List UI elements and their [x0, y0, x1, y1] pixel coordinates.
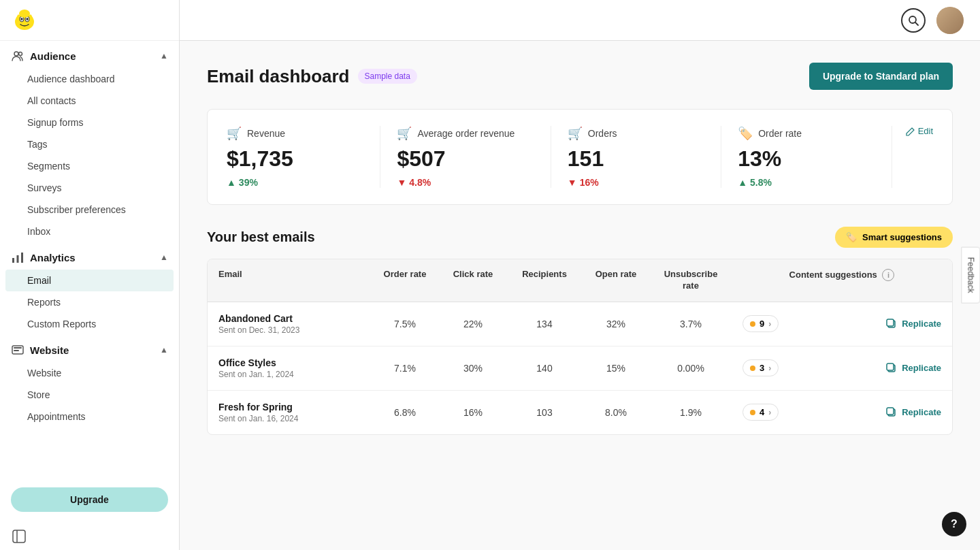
recipients-2: 103 — [507, 396, 582, 429]
edit-button[interactable]: Edit — [906, 126, 933, 136]
main-content: Email dashboard Sample data Upgrade to S… — [180, 0, 980, 550]
content-suggestions-info-icon[interactable]: i — [882, 269, 894, 281]
suggestion-dot-2 — [750, 410, 755, 415]
audience-chevron-icon: ▲ — [160, 51, 168, 61]
app-logo[interactable] — [11, 7, 38, 34]
col-unsubscribe-rate: Unsubscribe rate — [650, 259, 732, 302]
table-row: Office Styles Sent on Jan. 1, 2024 7.1% … — [208, 346, 952, 391]
unsubscribe-rate-0: 3.7% — [650, 308, 732, 340]
audience-menu: Audience dashboard All contacts Signup f… — [0, 68, 179, 242]
revenue-change: ▲ 39% — [227, 177, 363, 188]
topbar — [180, 0, 980, 41]
svg-point-7 — [19, 52, 22, 56]
avg-order-arrow-icon: ▼ — [397, 177, 406, 188]
page-title: Email dashboard — [207, 66, 350, 87]
search-button[interactable] — [901, 8, 926, 33]
website-menu: Website Store Appointments — [0, 362, 179, 427]
smart-suggestions-icon: 🏷️ — [846, 232, 857, 242]
suggestion-dot-0 — [750, 321, 755, 327]
replicate-icon-1 — [885, 362, 898, 374]
open-rate-0: 32% — [582, 308, 650, 340]
svg-rect-9 — [17, 255, 19, 263]
stat-order-rate: 🏷️ Order rate 13% ▲ 5.8% — [721, 126, 892, 188]
sidebar-item-tags[interactable]: Tags — [5, 133, 174, 155]
unsubscribe-rate-1: 0.00% — [650, 352, 732, 385]
suggestion-badge-1[interactable]: 3 › — [742, 359, 779, 376]
orders-value: 151 — [568, 146, 704, 172]
sidebar-item-appointments[interactable]: Appointments — [5, 406, 174, 427]
edit-icon — [906, 127, 915, 136]
suggestion-dot-1 — [750, 366, 755, 371]
sidebar-bottom — [0, 523, 179, 550]
replicate-button-2[interactable]: Replicate — [885, 406, 941, 419]
suggestion-badge-0[interactable]: 9 › — [742, 315, 779, 332]
best-emails-header: Your best emails 🏷️ Smart suggestions — [207, 227, 953, 248]
sidebar-item-inbox[interactable]: Inbox — [5, 221, 174, 242]
sidebar-header — [0, 0, 179, 41]
suggestion-badge-2[interactable]: 4 › — [742, 404, 779, 421]
recipients-0: 134 — [507, 308, 582, 340]
svg-rect-10 — [21, 253, 23, 263]
recipients-1: 140 — [507, 352, 582, 385]
stats-edit-area: Edit — [892, 126, 933, 188]
replicate-icon-2 — [885, 406, 898, 419]
revenue-value: $1,735 — [227, 146, 363, 172]
upgrade-plan-button[interactable]: Upgrade to Standard plan — [809, 63, 953, 90]
email-table: Email Order rate Click rate Recipients O… — [207, 259, 953, 435]
sidebar-item-segments[interactable]: Segments — [5, 155, 174, 177]
sidebar-item-custom-reports[interactable]: Custom Reports — [5, 313, 174, 335]
svg-rect-12 — [14, 347, 22, 349]
revenue-arrow-icon: ▲ — [227, 177, 236, 188]
website-section-header[interactable]: Website ▲ — [0, 335, 179, 362]
feedback-tab[interactable]: Feedback — [962, 247, 980, 304]
order-rate-arrow-icon: ▲ — [738, 177, 747, 188]
sidebar-item-surveys[interactable]: Surveys — [5, 177, 174, 199]
revenue-label: Revenue — [247, 128, 285, 139]
svg-rect-14 — [13, 530, 25, 543]
analytics-menu: Email Reports Custom Reports — [0, 270, 179, 335]
audience-section-header[interactable]: Audience ▲ — [0, 41, 179, 68]
analytics-section-header[interactable]: Analytics ▲ — [0, 242, 179, 270]
replicate-icon-0 — [885, 318, 898, 330]
replicate-button-0[interactable]: Replicate — [885, 318, 941, 330]
stat-orders: 🛒 Orders 151 ▼ 16% — [551, 126, 721, 188]
sidebar-item-store[interactable]: Store — [5, 384, 174, 406]
svg-point-5 — [19, 10, 30, 18]
col-order-rate: Order rate — [371, 259, 439, 302]
sidebar-item-signup-forms[interactable]: Signup forms — [5, 112, 174, 133]
replicate-button-1[interactable]: Replicate — [885, 362, 941, 374]
click-rate-2: 16% — [439, 396, 507, 429]
sidebar-toggle-icon[interactable] — [11, 528, 27, 545]
sidebar-item-all-contacts[interactable]: All contacts — [5, 90, 174, 112]
sidebar-item-email[interactable]: Email — [5, 270, 174, 291]
page-header: Email dashboard Sample data Upgrade to S… — [207, 63, 953, 90]
stat-avg-order: 🛒 Average order revenue $507 ▼ 4.8% — [380, 126, 551, 188]
order-rate-2: 6.8% — [371, 396, 439, 429]
orders-cart-icon: 🛒 — [568, 126, 583, 141]
col-recipients: Recipients — [507, 259, 582, 302]
order-rate-value: 13% — [738, 146, 875, 172]
email-info-2: Fresh for Spring Sent on Jan. 16, 2024 — [208, 391, 371, 434]
website-icon — [11, 343, 24, 357]
sample-data-badge: Sample data — [358, 69, 417, 84]
svg-rect-21 — [887, 363, 894, 370]
order-rate-change: ▲ 5.8% — [738, 177, 875, 188]
avatar[interactable] — [936, 7, 964, 34]
sidebar-item-reports[interactable]: Reports — [5, 291, 174, 313]
help-button[interactable]: ? — [942, 512, 966, 536]
analytics-chevron-icon: ▲ — [160, 253, 168, 262]
upgrade-button[interactable]: Upgrade — [11, 487, 168, 512]
audience-icon — [11, 49, 24, 63]
orders-arrow-icon: ▼ — [568, 177, 577, 188]
analytics-section-label: Analytics — [30, 252, 76, 263]
svg-rect-19 — [887, 319, 894, 326]
search-icon — [908, 15, 919, 26]
click-rate-0: 22% — [439, 308, 507, 340]
col-open-rate: Open rate — [582, 259, 650, 302]
sidebar-item-audience-dashboard[interactable]: Audience dashboard — [5, 68, 174, 90]
svg-rect-8 — [12, 258, 14, 263]
stats-card: 🛒 Revenue $1,735 ▲ 39% 🛒 Average order r… — [207, 109, 953, 205]
sidebar-item-website[interactable]: Website — [5, 362, 174, 384]
sidebar-item-subscriber-preferences[interactable]: Subscriber preferences — [5, 199, 174, 221]
smart-suggestions-button[interactable]: 🏷️ Smart suggestions — [835, 227, 953, 248]
